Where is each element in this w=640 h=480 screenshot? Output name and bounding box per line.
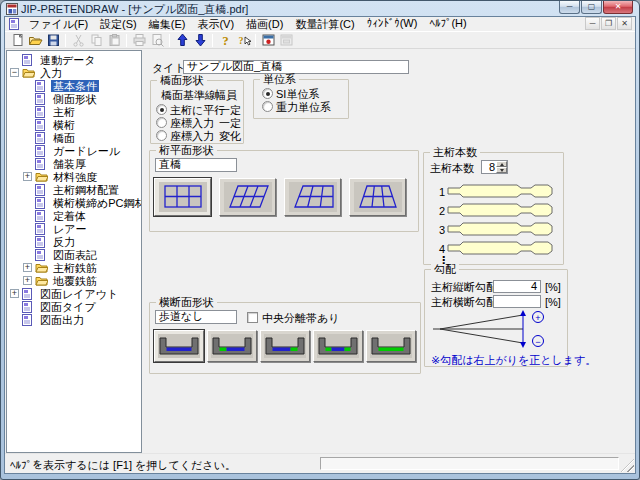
window-view-button[interactable] [259,32,277,48]
help-button[interactable]: ? [216,32,234,48]
plan-shape-button-skew[interactable] [284,178,341,216]
mdi-minimize-button[interactable]: ─ [585,17,600,30]
document-icon [35,236,48,248]
cross-section-group: 横断面形状 歩道なし 中央分離帯あり [149,302,421,374]
radio-option-label: 座標入力 [170,131,214,142]
tree-item[interactable]: 連動データ [7,53,141,66]
document-icon [35,132,48,144]
tree-item-label: 反力 [51,236,77,248]
open-button[interactable] [26,32,44,48]
trap-grid-icon [354,182,402,212]
client-area: ファイル(F)設定(S)編集(E)表示(V)描画(D)数量計算(C)ｳｨﾝﾄﾞｳ… [4,16,636,474]
tree-item[interactable]: 橋面 [7,131,141,144]
tree-item[interactable]: 舗装厚 [7,157,141,170]
section-shape-field[interactable]: 歩道なし [155,310,237,324]
folder-icon [35,262,48,273]
tree-item[interactable]: ガードレール [7,144,141,157]
new-button[interactable] [8,32,26,48]
tree-item[interactable]: 図面出力 [7,313,141,326]
tree-item[interactable]: +地覆鉄筋 [7,274,141,287]
radio-option[interactable] [156,104,167,115]
menu-item-file[interactable]: ファイル(F) [23,17,94,32]
section-shape-button-green-left[interactable] [207,330,257,362]
tree-item[interactable]: 反力 [7,235,141,248]
tree-item[interactable]: 側面形状 [7,92,141,105]
main-girder-count-spinner[interactable]: 8 [481,160,508,174]
median-checkbox[interactable] [247,312,258,323]
slope-field[interactable]: 4 [493,280,541,293]
spinner-buttons [496,161,507,173]
menu-item-quantity-calc[interactable]: 数量計算(C) [289,17,360,32]
menu-items: ファイル(F)設定(S)編集(E)表示(V)描画(D)数量計算(C)ｳｨﾝﾄﾞｳ… [23,17,473,32]
radio-option[interactable] [262,88,273,99]
expand-icon[interactable]: + [10,289,19,298]
plan-shape-field[interactable]: 直橋 [155,158,237,172]
move-down-icon [193,33,208,47]
print-preview-icon [150,33,165,47]
mdi-restore-button[interactable]: ❐ [601,17,616,30]
tree-item[interactable]: 定着体 [7,209,141,222]
expand-icon[interactable]: + [23,276,32,285]
radio-option[interactable] [156,117,167,128]
section-shape-button-green-full[interactable] [366,330,416,362]
svg-text:?: ? [222,33,229,47]
radio-option-label: 座標入力 [170,118,214,129]
radio-option[interactable] [262,101,273,112]
menu-item-draw[interactable]: 描画(D) [240,17,289,32]
title-bar[interactable]: JIP-PRETENDRAW - [サンプル図面_直橋.pdr] ─ ▢ ✕ [1,1,639,16]
tree-item[interactable]: 主桁鋼材配置 [7,183,141,196]
context-help-button[interactable]: ? [234,32,252,48]
minimize-button[interactable]: ─ [559,1,580,14]
tree-item-label: 舗装厚 [51,158,88,170]
tree-item[interactable]: +材料強度 [7,170,141,183]
save-button[interactable] [44,32,62,48]
spin-down-button[interactable] [496,167,507,173]
move-down-button[interactable] [191,32,209,48]
expand-icon[interactable]: + [23,172,32,181]
document-icon [22,288,35,300]
slope-field[interactable] [493,295,541,308]
section-shape-button-blue[interactable] [154,330,204,362]
tree-item-label: 材料強度 [51,171,99,183]
plan-shape-button-trap[interactable] [349,178,406,216]
title-field[interactable]: サンプル図面_直橋 [183,60,409,74]
tree-item[interactable]: 横桁横締めPC鋼材配置 [7,196,141,209]
document-icon [35,106,48,118]
mdi-close-button[interactable]: ✕ [617,17,632,30]
tree-item[interactable]: +図面レイアウト [7,287,141,300]
plan-shape-button-rect[interactable] [154,178,211,216]
section-shape-button-green-right[interactable] [260,330,310,362]
girder-shape [447,222,554,237]
collapse-icon[interactable]: − [10,68,19,77]
section-shape-button-green-both[interactable] [313,330,363,362]
resize-grip[interactable] [621,459,634,472]
copy-icon [89,33,104,47]
tree-item[interactable]: 横桁 [7,118,141,131]
radio-option[interactable] [156,130,167,141]
tree-item[interactable]: レアー [7,222,141,235]
tree-item[interactable]: 基本条件 [7,79,141,92]
close-button[interactable]: ✕ [603,1,633,14]
tree-item[interactable]: 図面タイプ [7,300,141,313]
menu-item-settings[interactable]: 設定(S) [94,17,143,32]
document-icon [35,158,48,170]
document-icon [22,54,35,66]
tree-item[interactable]: 図面表記 [7,248,141,261]
document-icon [35,119,48,131]
menu-item-edit[interactable]: 編集(E) [143,17,192,32]
move-up-button[interactable] [173,32,191,48]
document-icon[interactable] [8,18,20,30]
tree-item[interactable]: −入力 [7,66,141,79]
plan-shape-button-para[interactable] [219,178,276,216]
menu-item-window[interactable]: ｳｨﾝﾄﾞｳ(W) [361,17,424,32]
maximize-button[interactable]: ▢ [581,1,602,14]
width-value-label: 一定 [219,118,241,129]
menu-item-help[interactable]: ﾍﾙﾌﾟ(H) [423,17,472,32]
expand-icon[interactable]: + [23,263,32,272]
tree-item[interactable]: +主桁鉄筋 [7,261,141,274]
toolbar-separator [65,34,66,47]
print-icon [132,33,147,47]
window-controls: ─ ▢ ✕ [558,1,633,14]
tree-item[interactable]: 主桁 [7,105,141,118]
menu-item-view[interactable]: 表示(V) [191,17,240,32]
